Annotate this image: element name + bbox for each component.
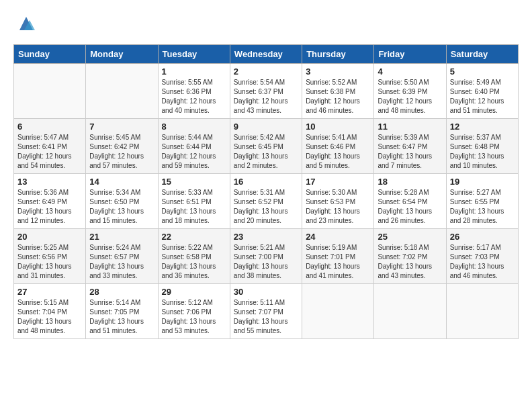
day-info: Sunrise: 5:12 AM Sunset: 7:06 PM Dayligh… xyxy=(162,298,226,336)
calendar-cell xyxy=(446,284,518,339)
day-number: 28 xyxy=(89,287,154,297)
sunset-text: Sunset: 6:50 PM xyxy=(89,198,139,205)
sunrise-text: Sunrise: 5:22 AM xyxy=(162,244,213,251)
day-number: 10 xyxy=(306,122,370,132)
calendar-cell: 10 Sunrise: 5:41 AM Sunset: 6:46 PM Dayl… xyxy=(302,119,374,174)
logo xyxy=(13,13,36,34)
sunset-text: Sunset: 6:37 PM xyxy=(234,88,283,95)
day-info: Sunrise: 5:30 AM Sunset: 6:53 PM Dayligh… xyxy=(306,188,370,226)
sunset-text: Sunset: 6:38 PM xyxy=(306,88,355,95)
sunset-text: Sunset: 6:46 PM xyxy=(306,143,355,150)
day-number: 2 xyxy=(234,66,298,77)
daylight-text: Daylight: 12 hours and 40 minutes. xyxy=(162,97,216,114)
logo-icon xyxy=(16,13,36,34)
day-info: Sunrise: 5:55 AM Sunset: 6:36 PM Dayligh… xyxy=(162,78,226,116)
calendar-cell: 5 Sunrise: 5:49 AM Sunset: 6:40 PM Dayli… xyxy=(446,64,518,119)
daylight-text: Daylight: 13 hours and 12 minutes. xyxy=(17,208,72,224)
calendar-cell xyxy=(302,284,374,339)
daylight-text: Daylight: 13 hours and 7 minutes. xyxy=(378,152,432,169)
calendar-cell: 28 Sunrise: 5:14 AM Sunset: 7:05 PM Dayl… xyxy=(86,284,158,339)
daylight-text: Daylight: 12 hours and 59 minutes. xyxy=(162,152,216,169)
day-number: 21 xyxy=(89,232,154,242)
day-number: 23 xyxy=(234,232,298,242)
daylight-text: Daylight: 13 hours and 10 minutes. xyxy=(450,152,504,169)
day-header-sunday: Sunday xyxy=(14,45,86,64)
calendar-cell: 29 Sunrise: 5:12 AM Sunset: 7:06 PM Dayl… xyxy=(158,284,230,339)
day-info: Sunrise: 5:21 AM Sunset: 7:00 PM Dayligh… xyxy=(234,243,298,281)
day-info: Sunrise: 5:50 AM Sunset: 6:39 PM Dayligh… xyxy=(378,78,442,116)
sunrise-text: Sunrise: 5:28 AM xyxy=(378,189,429,196)
sunset-text: Sunset: 7:04 PM xyxy=(17,308,67,316)
daylight-text: Daylight: 13 hours and 41 minutes. xyxy=(306,263,360,279)
calendar-cell: 20 Sunrise: 5:25 AM Sunset: 6:56 PM Dayl… xyxy=(14,229,86,284)
day-info: Sunrise: 5:27 AM Sunset: 6:55 PM Dayligh… xyxy=(450,188,515,226)
day-info: Sunrise: 5:15 AM Sunset: 7:04 PM Dayligh… xyxy=(17,298,82,336)
day-info: Sunrise: 5:39 AM Sunset: 6:47 PM Dayligh… xyxy=(378,133,442,171)
sunset-text: Sunset: 6:58 PM xyxy=(162,253,212,261)
sunset-text: Sunset: 6:40 PM xyxy=(450,88,500,95)
daylight-text: Daylight: 12 hours and 43 minutes. xyxy=(234,97,288,114)
calendar-table: SundayMondayTuesdayWednesdayThursdayFrid… xyxy=(13,44,519,339)
calendar-week-3: 13 Sunrise: 5:36 AM Sunset: 6:49 PM Dayl… xyxy=(14,174,519,229)
sunset-text: Sunset: 6:36 PM xyxy=(162,88,212,95)
day-info: Sunrise: 5:31 AM Sunset: 6:52 PM Dayligh… xyxy=(234,188,298,226)
day-number: 11 xyxy=(378,122,442,132)
day-info: Sunrise: 5:37 AM Sunset: 6:48 PM Dayligh… xyxy=(450,133,515,171)
sunrise-text: Sunrise: 5:41 AM xyxy=(306,134,357,141)
calendar-cell: 2 Sunrise: 5:54 AM Sunset: 6:37 PM Dayli… xyxy=(230,64,302,119)
daylight-text: Daylight: 13 hours and 33 minutes. xyxy=(89,263,144,279)
sunrise-text: Sunrise: 5:34 AM xyxy=(89,189,140,196)
day-info: Sunrise: 5:25 AM Sunset: 6:56 PM Dayligh… xyxy=(17,243,82,281)
calendar-cell: 17 Sunrise: 5:30 AM Sunset: 6:53 PM Dayl… xyxy=(302,174,374,229)
sunrise-text: Sunrise: 5:18 AM xyxy=(378,244,429,251)
daylight-text: Daylight: 13 hours and 2 minutes. xyxy=(234,152,288,169)
sunrise-text: Sunrise: 5:27 AM xyxy=(450,189,501,196)
sunrise-text: Sunrise: 5:49 AM xyxy=(450,79,501,86)
sunrise-text: Sunrise: 5:14 AM xyxy=(89,299,140,306)
day-info: Sunrise: 5:14 AM Sunset: 7:05 PM Dayligh… xyxy=(89,298,154,336)
sunrise-text: Sunrise: 5:36 AM xyxy=(17,189,69,196)
sunset-text: Sunset: 6:47 PM xyxy=(378,143,427,150)
sunset-text: Sunset: 6:41 PM xyxy=(17,143,67,150)
day-info: Sunrise: 5:11 AM Sunset: 7:07 PM Dayligh… xyxy=(234,298,298,336)
day-number: 29 xyxy=(162,287,226,297)
day-header-friday: Friday xyxy=(374,45,446,64)
sunset-text: Sunset: 6:56 PM xyxy=(17,253,67,261)
calendar-cell: 19 Sunrise: 5:27 AM Sunset: 6:55 PM Dayl… xyxy=(446,174,518,229)
day-header-saturday: Saturday xyxy=(446,45,518,64)
sunset-text: Sunset: 7:06 PM xyxy=(162,308,212,316)
calendar-cell: 30 Sunrise: 5:11 AM Sunset: 7:07 PM Dayl… xyxy=(230,284,302,339)
sunrise-text: Sunrise: 5:37 AM xyxy=(450,134,501,141)
day-number: 13 xyxy=(17,177,82,187)
calendar-week-4: 20 Sunrise: 5:25 AM Sunset: 6:56 PM Dayl… xyxy=(14,229,519,284)
calendar-cell: 6 Sunrise: 5:47 AM Sunset: 6:41 PM Dayli… xyxy=(14,119,86,174)
day-number: 19 xyxy=(450,177,515,187)
daylight-text: Daylight: 13 hours and 46 minutes. xyxy=(450,263,504,279)
sunset-text: Sunset: 6:55 PM xyxy=(450,198,500,205)
day-header-monday: Monday xyxy=(86,45,158,64)
page-header xyxy=(13,13,519,34)
day-info: Sunrise: 5:47 AM Sunset: 6:41 PM Dayligh… xyxy=(17,133,82,171)
daylight-text: Daylight: 13 hours and 36 minutes. xyxy=(162,263,216,279)
day-number: 15 xyxy=(162,177,226,187)
daylight-text: Daylight: 13 hours and 31 minutes. xyxy=(17,263,72,279)
calendar-cell: 23 Sunrise: 5:21 AM Sunset: 7:00 PM Dayl… xyxy=(230,229,302,284)
sunset-text: Sunset: 7:03 PM xyxy=(450,253,500,261)
daylight-text: Daylight: 12 hours and 57 minutes. xyxy=(89,152,144,169)
sunset-text: Sunset: 6:49 PM xyxy=(17,198,67,205)
daylight-text: Daylight: 13 hours and 26 minutes. xyxy=(378,208,432,224)
calendar-cell: 13 Sunrise: 5:36 AM Sunset: 6:49 PM Dayl… xyxy=(14,174,86,229)
day-number: 5 xyxy=(450,66,515,77)
day-info: Sunrise: 5:33 AM Sunset: 6:51 PM Dayligh… xyxy=(162,188,226,226)
sunrise-text: Sunrise: 5:15 AM xyxy=(17,299,69,306)
daylight-text: Daylight: 13 hours and 55 minutes. xyxy=(234,318,288,334)
day-number: 7 xyxy=(89,122,154,132)
day-info: Sunrise: 5:45 AM Sunset: 6:42 PM Dayligh… xyxy=(89,133,154,171)
day-info: Sunrise: 5:28 AM Sunset: 6:54 PM Dayligh… xyxy=(378,188,442,226)
daylight-text: Daylight: 13 hours and 38 minutes. xyxy=(234,263,288,279)
calendar-cell: 3 Sunrise: 5:52 AM Sunset: 6:38 PM Dayli… xyxy=(302,64,374,119)
day-number: 1 xyxy=(162,66,226,77)
sunset-text: Sunset: 7:05 PM xyxy=(89,308,139,316)
calendar-cell xyxy=(374,284,446,339)
sunrise-text: Sunrise: 5:52 AM xyxy=(306,79,357,86)
